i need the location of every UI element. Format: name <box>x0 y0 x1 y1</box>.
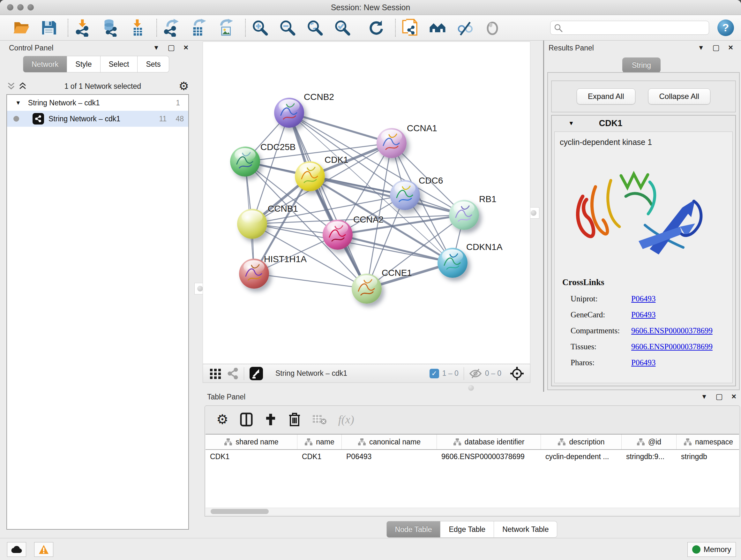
export-image-icon[interactable] <box>217 18 235 37</box>
search-input[interactable] <box>550 21 709 35</box>
cell[interactable]: stringdb <box>677 452 739 461</box>
string-home-icon[interactable] <box>428 18 447 37</box>
save-session-icon[interactable] <box>40 18 58 37</box>
column-header-id[interactable]: @id <box>622 435 677 449</box>
network-node-CDK1[interactable] <box>295 161 325 191</box>
zoom-fit-icon[interactable] <box>306 18 324 37</box>
cell[interactable]: P06493 <box>342 452 437 461</box>
crosslink-link[interactable]: 9606.ENSP00000378699 <box>631 326 713 335</box>
gene-section-header[interactable]: ▼ CDK1 <box>552 116 735 131</box>
column-header-name[interactable]: name <box>297 435 342 449</box>
node-label-CCNA2: CCNA2 <box>353 214 384 225</box>
network-node-CCNE1[interactable] <box>352 273 382 304</box>
cell[interactable]: CDK1 <box>205 452 297 461</box>
column-header-shared-name[interactable]: shared name <box>205 435 297 449</box>
refresh-icon[interactable] <box>367 18 386 37</box>
network-node-CDC25B[interactable] <box>230 146 260 177</box>
delete-table-icon[interactable] <box>312 414 327 425</box>
network-status-dot <box>13 116 19 122</box>
table-hscrollbar-thumb[interactable] <box>211 509 269 514</box>
toolbar-separator <box>156 19 157 37</box>
network-edge[interactable] <box>254 273 367 289</box>
crosslink-link[interactable]: 9606.ENSP00000378699 <box>631 342 713 351</box>
warning-status-icon[interactable] <box>34 542 53 557</box>
panel-close-icon[interactable]: ✕ <box>183 44 189 51</box>
add-column-icon[interactable] <box>264 413 277 427</box>
tab-sets[interactable]: Sets <box>138 56 169 72</box>
import-table-icon[interactable] <box>128 18 147 37</box>
crosslink-link[interactable]: P06493 <box>631 294 656 303</box>
tab-node-table[interactable]: Node Table <box>387 521 441 538</box>
table-settings-gear-icon[interactable]: ⚙ <box>216 413 228 426</box>
birdseye-view-icon[interactable] <box>249 367 263 381</box>
column-header-description[interactable]: description <box>541 435 622 449</box>
panel-menu-icon[interactable]: ▼ <box>153 44 159 51</box>
help-icon[interactable]: ? <box>718 19 734 36</box>
network-collection-row[interactable]: ▼ String Network – cdk1 1 <box>7 95 188 111</box>
network-node-CDC6[interactable] <box>390 180 420 210</box>
tab-string[interactable]: String <box>622 57 661 73</box>
expand-all-icon[interactable] <box>18 82 27 91</box>
import-database-icon[interactable] <box>101 18 119 37</box>
share-document-icon[interactable] <box>401 18 419 37</box>
export-network-icon[interactable] <box>162 18 181 37</box>
collection-count: 1 <box>176 99 180 107</box>
section-expander-icon[interactable]: ▼ <box>568 120 574 127</box>
main-toolbar: ? <box>0 15 741 41</box>
delete-column-icon[interactable] <box>288 412 300 427</box>
cell[interactable]: CDK1 <box>297 452 342 461</box>
tab-select[interactable]: Select <box>100 56 138 72</box>
cell[interactable]: 9606.ENSP00000378699 <box>437 452 541 461</box>
node-label-CCNB2: CCNB2 <box>304 92 334 102</box>
panel-close-icon[interactable]: ✕ <box>731 393 737 400</box>
panel-close-icon[interactable]: ✕ <box>728 44 733 51</box>
import-network-icon[interactable] <box>73 18 92 37</box>
column-header-database-identifier[interactable]: database identifier <box>437 435 541 449</box>
crosslink-link[interactable]: P06493 <box>631 358 656 367</box>
panel-menu-icon[interactable]: ▼ <box>701 393 708 400</box>
network-node-CCNB2[interactable] <box>274 98 304 128</box>
expand-all-button[interactable]: Expand All <box>577 88 635 105</box>
grid-view-icon[interactable] <box>209 368 221 380</box>
panel-float-icon[interactable]: ▢ <box>168 44 175 51</box>
network-options-gear-icon[interactable]: ⚙ <box>179 80 189 92</box>
network-node-CCNA2[interactable] <box>323 220 353 250</box>
tab-edge-table[interactable]: Edge Table <box>441 521 494 538</box>
zoom-selected-icon[interactable] <box>333 18 352 37</box>
network-node-CCNB1[interactable] <box>237 209 267 239</box>
zoom-in-icon[interactable] <box>251 18 269 37</box>
column-header-canonical-name[interactable]: canonical name <box>342 435 437 449</box>
tab-network-table[interactable]: Network Table <box>494 521 557 538</box>
selected-checkbox-icon[interactable]: ✓ <box>429 369 439 378</box>
network-node-RB1[interactable] <box>449 200 479 230</box>
network-edge[interactable] <box>289 113 392 143</box>
network-node-CCNA1[interactable] <box>377 128 407 158</box>
cell[interactable]: cyclin-dependent ... <box>541 452 622 461</box>
tab-style[interactable]: Style <box>67 56 100 72</box>
network-share-icon[interactable] <box>227 368 239 379</box>
network-canvas[interactable]: CCNB2CCNA1CDC25BCDK1CDC6RB1CCNB1CCNA2CDK… <box>203 42 530 364</box>
network-row[interactable]: String Network – cdk1 11 48 <box>7 111 188 127</box>
network-node-CDKN1A[interactable] <box>437 248 468 278</box>
show-columns-icon[interactable] <box>240 413 253 427</box>
panel-menu-icon[interactable]: ▼ <box>698 44 704 51</box>
collapse-all-icon[interactable] <box>7 82 15 91</box>
cloud-status-icon[interactable] <box>7 542 26 557</box>
collapse-all-button[interactable]: Collapse All <box>648 88 711 105</box>
column-header-namespace[interactable]: namespace <box>677 435 739 449</box>
panel-float-icon[interactable]: ▢ <box>716 393 723 400</box>
zoom-out-icon[interactable] <box>278 18 297 37</box>
hide-glasses-icon[interactable] <box>456 18 474 37</box>
tab-network[interactable]: Network <box>23 56 67 72</box>
export-table-icon[interactable] <box>190 18 208 37</box>
open-session-icon[interactable] <box>12 18 30 37</box>
eye-icon[interactable] <box>483 18 502 37</box>
table-row[interactable]: CDK1CDK1P064939606.ENSP00000378699cyclin… <box>205 450 739 463</box>
memory-button[interactable]: Memory <box>687 542 736 557</box>
panel-float-icon[interactable]: ▢ <box>713 44 720 51</box>
crosslink-link[interactable]: P06493 <box>631 310 656 319</box>
cell[interactable]: stringdb:9... <box>622 452 677 461</box>
crosslink-label: Compartments: <box>562 326 631 335</box>
locate-crosshair-icon[interactable] <box>510 366 524 381</box>
tree-expander-icon[interactable]: ▼ <box>15 100 21 106</box>
